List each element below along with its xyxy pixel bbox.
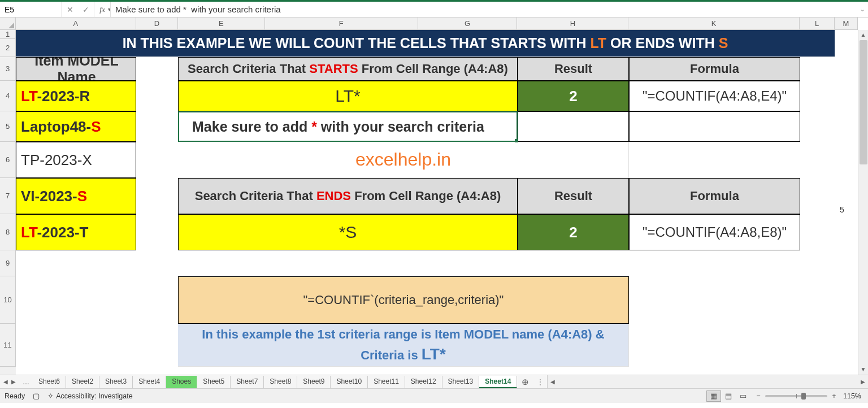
name-box[interactable]: ▾ — [0, 2, 62, 17]
col-header-M[interactable]: M — [835, 18, 858, 30]
tabs-prev-icon[interactable]: ◀ — [2, 379, 9, 385]
tabs-menu-icon[interactable]: ⋮ — [533, 378, 547, 386]
cell-E8[interactable]: *S — [178, 214, 518, 250]
row-header-10[interactable]: 10 — [0, 276, 16, 324]
col-header-L[interactable]: L — [800, 18, 835, 30]
tabs-next-icon[interactable]: ▶ — [10, 379, 17, 385]
hscroll-left-icon[interactable]: ◀ — [548, 379, 558, 385]
row-header-7[interactable]: 7 — [0, 178, 16, 214]
e11-line1: In this example the 1st criteria range i… — [202, 327, 604, 342]
hscroll-right-icon[interactable]: ▶ — [858, 379, 868, 385]
cell-H5[interactable] — [518, 111, 629, 142]
e11-line2a: Criteria is — [361, 348, 422, 362]
zoom-in-icon[interactable]: + — [830, 392, 839, 400]
col-header-A[interactable]: A — [16, 18, 136, 30]
confirm-icon[interactable]: ✓ — [78, 5, 94, 14]
cell-E3[interactable]: Search Criteria That STARTS From Cell Ra… — [178, 57, 518, 81]
col-header-E[interactable]: E — [178, 18, 265, 30]
e5-hi: * — [311, 119, 317, 134]
row-header-5[interactable]: 5 — [0, 111, 16, 142]
cancel-icon[interactable]: ✕ — [62, 5, 78, 14]
sheet-tab-sheet13[interactable]: Sheet13 — [442, 376, 480, 388]
cell-H4[interactable]: 2 — [518, 81, 629, 111]
scroll-up-icon[interactable]: ▲ — [858, 30, 868, 40]
sheet-tab-sheet10[interactable]: Sheet10 — [331, 376, 368, 388]
sheet-tab-sheet6[interactable]: Sheet6 — [33, 376, 66, 388]
col-header-F[interactable]: F — [265, 18, 418, 30]
row-header-4[interactable]: 4 — [0, 81, 16, 111]
col-header-D[interactable]: D — [136, 18, 178, 30]
sheet-tab-sheet14[interactable]: Sheet14 — [479, 376, 517, 388]
view-page-layout-icon[interactable]: ▤ — [721, 390, 736, 402]
cell-K8[interactable]: "=COUNTIF(A4:A8,E8)" — [629, 214, 800, 250]
cell-A4[interactable]: LT-2023-R — [16, 81, 136, 111]
sheet-tabs: Sheet6Sheet2Sheet3Sheet4ShoesSheet5Sheet… — [33, 376, 517, 388]
sheet-tab-sheet3[interactable]: Sheet3 — [99, 376, 133, 388]
col-header-H[interactable]: H — [517, 18, 628, 30]
a5-a: Laptop48- — [21, 118, 91, 135]
sheet-tab-sheet4[interactable]: Sheet4 — [133, 376, 166, 388]
a8-b: -2023-T — [37, 224, 88, 241]
cell-K5[interactable] — [629, 111, 800, 142]
cell-E5[interactable]: Make sure to add * with your search crit… — [178, 111, 518, 142]
accessibility-status[interactable]: ✧ Accessibility: Investigate — [47, 392, 132, 400]
col-header-G[interactable]: G — [418, 18, 518, 30]
cell-A8[interactable]: LT-2023-T — [16, 214, 136, 250]
fx-icon[interactable]: fx — [94, 2, 111, 17]
cell-K3[interactable]: Formula — [629, 57, 800, 81]
row-header-11[interactable]: 11 — [0, 324, 16, 367]
cell-H3[interactable]: Result — [518, 57, 629, 81]
sheet-tab-sheet12[interactable]: Sheet12 — [405, 376, 442, 388]
row-headers: 1234567891011 — [0, 30, 16, 375]
view-page-break-icon[interactable]: ▭ — [736, 390, 750, 402]
scroll-thumb[interactable] — [860, 40, 867, 164]
sheet-tab-sheet5[interactable]: Sheet5 — [197, 376, 231, 388]
scroll-down-icon[interactable]: ▼ — [858, 364, 868, 375]
formula-expand-icon[interactable]: ⌄ — [857, 6, 868, 12]
sheet-tab-shoes[interactable]: Shoes — [166, 376, 197, 388]
sheet-tab-sheet8[interactable]: Sheet8 — [264, 376, 297, 388]
row-header-9[interactable]: 9 — [0, 250, 16, 276]
formula-input[interactable] — [111, 5, 857, 14]
tabs-ellipsis[interactable]: … — [19, 378, 33, 386]
sheet-tab-sheet11[interactable]: Sheet11 — [368, 376, 405, 388]
cell-E10[interactable]: "=COUNTIF`(criteria_range,criteria)" — [178, 276, 629, 324]
row-header-1[interactable]: 1 — [0, 30, 16, 39]
sheet-tab-sheet9[interactable]: Sheet9 — [297, 376, 331, 388]
select-all-corner[interactable] — [0, 18, 16, 30]
title-banner: IN THIS EXAMPLE WE WILL COUNT THE CELLS … — [16, 30, 835, 57]
cell-A7[interactable]: VI-2023-S — [16, 178, 136, 214]
sheet-tab-sheet7[interactable]: Sheet7 — [231, 376, 264, 388]
row-header-3[interactable]: 3 — [0, 57, 16, 81]
sheet-tab-sheet2[interactable]: Sheet2 — [66, 376, 99, 388]
cell-E11[interactable]: In this example the 1st criteria range i… — [178, 324, 629, 367]
spreadsheet-grid: ADEFGHKLM 1234567891011 IN THIS EXAMPLE … — [0, 18, 868, 375]
e7-pre: Search Criteria That — [195, 189, 316, 203]
tabs-nav: ◀ ▶ — [0, 379, 19, 385]
zoom-percent[interactable]: 115% — [841, 392, 863, 400]
cell-A3[interactable]: Item MODEL Name — [16, 57, 136, 81]
cell-K7[interactable]: Formula — [629, 178, 800, 214]
vertical-scrollbar[interactable]: ▲ ▼ — [858, 30, 868, 375]
cell-E4[interactable]: LT* — [178, 81, 518, 111]
cell-H8[interactable]: 2 — [518, 214, 629, 250]
row-header-8[interactable]: 8 — [0, 214, 16, 250]
macro-record-icon[interactable]: ▢ — [33, 392, 40, 400]
cell-H7[interactable]: Result — [518, 178, 629, 214]
status-bar: Ready ▢ ✧ Accessibility: Investigate ▦ ▤… — [0, 388, 868, 403]
horizontal-scrollbar[interactable]: ◀ ▶ — [547, 375, 868, 388]
zoom-slider[interactable] — [765, 395, 827, 397]
col-header-K[interactable]: K — [628, 18, 800, 30]
row-header-2[interactable]: 2 — [0, 39, 16, 57]
scroll-track[interactable] — [858, 40, 868, 364]
view-normal-icon[interactable]: ▦ — [706, 390, 721, 402]
cell-A6[interactable]: TP-2023-X — [16, 142, 136, 178]
cell-E7[interactable]: Search Criteria That ENDS From Cell Rang… — [178, 178, 518, 214]
zoom-out-icon[interactable]: − — [754, 392, 763, 400]
cell-K4[interactable]: "=COUNTIF(A4:A8,E4)" — [629, 81, 800, 111]
cell-A5[interactable]: Laptop48-S — [16, 111, 136, 142]
row-header-6[interactable]: 6 — [0, 142, 16, 178]
zoom-thumb[interactable] — [801, 393, 806, 400]
add-sheet-icon[interactable]: ⊕ — [517, 377, 533, 387]
zoom-controls: − + 115% — [754, 392, 863, 400]
